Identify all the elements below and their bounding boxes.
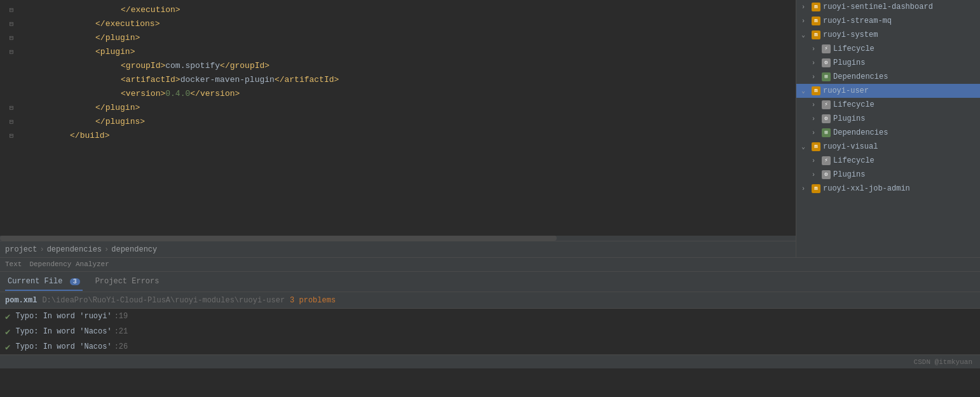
gutter-icon-8: ⊟ (5, 104, 18, 112)
expand-icon-lifecycle-visual: › (812, 158, 819, 165)
tab-current-file-label: Current File (8, 277, 62, 286)
warn-icon-3: ✔ (5, 342, 10, 353)
maven-panel: › m ruoyi-sentinel-dashboard › m ruoyi-s… (796, 0, 980, 257)
gutter-icon-2: ⊟ (5, 20, 18, 28)
maven-icon-system: m (812, 30, 820, 39)
tab-text[interactable]: Text (5, 260, 22, 271)
tree-item-plugins-visual[interactable]: › ⚙ Plugins (796, 168, 980, 182)
problem-filepath: D:\ideaPro\RuoYi-Cloud-PlusA\ruoyi-modul… (42, 296, 285, 305)
tree-item-system[interactable]: ⌄ m ruoyi-system (796, 28, 980, 42)
warn-icon-1: ✔ (5, 311, 10, 322)
expand-icon-lifecycle-sys: › (812, 46, 819, 53)
deps-icon-user: ⊞ (822, 128, 831, 137)
tree-label-system: ruoyi-system (823, 30, 878, 39)
breadcrumb-dependency: dependency (111, 245, 157, 254)
tab-current-file[interactable]: Current File 3 (5, 273, 83, 291)
expand-icon-sentinel: › (801, 4, 809, 11)
gutter-icon-3: ⊟ (5, 34, 18, 42)
tree-item-deps-user[interactable]: › ⊞ Dependencies (796, 126, 980, 140)
maven-icon-visual: m (812, 142, 820, 151)
problem-tab-bar: Current File 3 Project Errors (0, 272, 980, 292)
tree-label-deps-user: Dependencies (833, 128, 888, 137)
plugins-icon-user: ⚙ (822, 114, 831, 123)
tree-label-plugins-sys: Plugins (833, 58, 865, 67)
breadcrumb-dependencies: dependencies (47, 245, 102, 254)
problem-text-1: Typo: In word 'ruoyi' (15, 312, 111, 321)
tree-item-lifecycle-visual[interactable]: › ⚡ Lifecycle (796, 154, 980, 168)
tab-current-file-badge: 3 (70, 278, 80, 285)
breadcrumb-sep-1: › (39, 245, 44, 254)
problem-item-2[interactable]: ✔ Typo: In word 'Nacos' :21 (0, 324, 980, 339)
tab-project-errors[interactable]: Project Errors (93, 273, 162, 291)
problem-loc-1: :19 (114, 312, 128, 321)
tree-item-user[interactable]: ⌄ m ruoyi-user (796, 84, 980, 98)
breadcrumb: project › dependencies › dependency (0, 241, 796, 257)
main-area: ⊟ </execution> ⊟ </executions> ⊟ </plugi… (0, 0, 980, 257)
code-line-9: ⊟ </plugins> (0, 114, 796, 128)
tree-item-xxl-job[interactable]: › m ruoyi-xxl-job-admin (796, 182, 980, 196)
tree-label-plugins-user: Plugins (833, 114, 865, 123)
watermark-text: CSDN @itmkyuan (914, 358, 972, 366)
tree-label-user: ruoyi-user (823, 86, 869, 95)
tab-dependency-analyzer[interactable]: Dependency Analyzer (29, 260, 109, 271)
gutter-icon-9: ⊟ (5, 118, 18, 126)
expand-icon-visual: ⌄ (801, 143, 809, 151)
maven-icon-user: m (812, 86, 820, 95)
problem-item-1[interactable]: ✔ Typo: In word 'ruoyi' :19 (0, 309, 980, 324)
tree-label-plugins-visual: Plugins (833, 170, 865, 179)
problem-file-row: pom.xml D:\ideaPro\RuoYi-Cloud-PlusA\ruo… (0, 292, 980, 309)
problem-loc-2: :21 (114, 327, 128, 336)
editor-panel: ⊟ </execution> ⊟ </executions> ⊟ </plugi… (0, 0, 796, 257)
expand-icon-lifecycle-user: › (812, 102, 819, 109)
gutter-icon-4: ⊟ (5, 48, 18, 56)
tree-label-sentinel: ruoyi-sentinel-dashboard (823, 3, 933, 11)
warn-icon-2: ✔ (5, 326, 10, 337)
problem-text-2: Typo: In word 'Nacos' (15, 327, 111, 336)
tree-label-stream: ruoyi-stream-mq (823, 17, 892, 25)
section-tabs: Text Dependency Analyzer (0, 258, 980, 272)
tree-item-lifecycle-sys[interactable]: › ⚡ Lifecycle (796, 42, 980, 56)
problem-loc-3: :26 (114, 342, 128, 351)
maven-icon-xxl: m (812, 184, 820, 193)
tree-item-plugins-sys[interactable]: › ⚙ Plugins (796, 56, 980, 70)
expand-icon-system: ⌄ (801, 31, 809, 39)
code-text-10: </build> (18, 121, 109, 150)
breadcrumb-project: project (5, 245, 37, 254)
plugins-icon-sys: ⚙ (822, 58, 831, 67)
code-area: ⊟ </execution> ⊟ </executions> ⊟ </plugi… (0, 0, 796, 241)
tree-label-xxl: ruoyi-xxl-job-admin (823, 184, 910, 193)
horizontal-scrollbar[interactable] (0, 236, 796, 241)
expand-icon-deps-user: › (812, 130, 819, 137)
tree-item-visual[interactable]: ⌄ m ruoyi-visual (796, 140, 980, 154)
tab-project-errors-label: Project Errors (95, 277, 160, 286)
tree-item-sentinel-dashboard[interactable]: › m ruoyi-sentinel-dashboard (796, 0, 980, 14)
problem-item-3[interactable]: ✔ Typo: In word 'Nacos' :26 (0, 339, 980, 354)
expand-icon-deps-sys: › (812, 74, 819, 81)
problem-count: 3 problems (290, 296, 336, 305)
status-bar: CSDN @itmkyuan (0, 354, 980, 368)
bottom-panel: Text Dependency Analyzer Current File 3 … (0, 257, 980, 397)
lifecycle-icon-visual: ⚡ (822, 156, 831, 165)
expand-icon-xxl: › (801, 185, 809, 192)
tree-label-lifecycle-sys: Lifecycle (833, 44, 875, 53)
expand-icon-user: ⌄ (801, 87, 809, 95)
deps-icon-sys: ⊞ (822, 72, 831, 81)
gutter-icon-10: ⊟ (5, 131, 18, 140)
expand-icon-plugins-user: › (812, 116, 819, 123)
tree-item-stream-mq[interactable]: › m ruoyi-stream-mq (796, 14, 980, 28)
lifecycle-icon-user: ⚡ (822, 100, 831, 109)
tree-item-plugins-user[interactable]: › ⚙ Plugins (796, 112, 980, 126)
tree-label-lifecycle-visual: Lifecycle (833, 156, 875, 165)
expand-icon-plugins-sys: › (812, 60, 819, 67)
scrollbar-thumb[interactable] (0, 236, 557, 241)
lifecycle-icon-sys: ⚡ (822, 44, 831, 53)
tree-label-deps-sys: Dependencies (833, 72, 888, 81)
tree-label-lifecycle-user: Lifecycle (833, 100, 875, 109)
tree-label-visual: ruoyi-visual (823, 142, 878, 151)
tree-item-deps-sys[interactable]: › ⊞ Dependencies (796, 70, 980, 84)
tree-item-lifecycle-user[interactable]: › ⚡ Lifecycle (796, 98, 980, 112)
maven-icon-stream: m (812, 17, 820, 25)
problem-text-3: Typo: In word 'Nacos' (15, 342, 111, 351)
breadcrumb-sep-2: › (104, 245, 109, 254)
expand-icon-plugins-visual: › (812, 172, 819, 178)
